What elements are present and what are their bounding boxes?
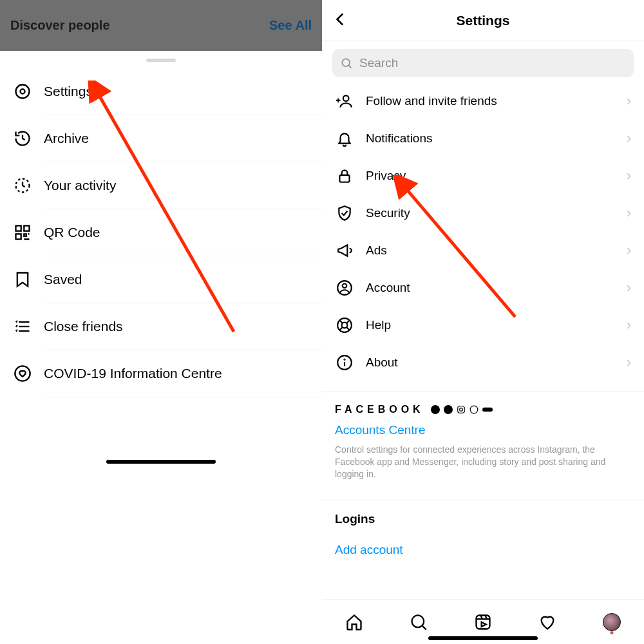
nav-reels[interactable] <box>474 613 492 631</box>
svg-line-13 <box>348 65 351 68</box>
help-icon <box>335 316 354 335</box>
page-title: Settings <box>352 13 614 28</box>
menu-item-covid[interactable]: COVID-19 Information Centre <box>0 350 322 397</box>
megaphone-icon <box>335 241 354 260</box>
menu-item-settings[interactable]: Settings <box>0 68 322 115</box>
menu-label: Your activity <box>44 178 309 193</box>
svg-point-30 <box>444 405 453 414</box>
settings-header: Settings <box>322 0 644 41</box>
settings-label: Privacy <box>366 169 615 183</box>
search-icon <box>340 57 353 70</box>
svg-rect-34 <box>482 408 493 412</box>
bottom-sheet: Settings Archive Your activity QR Code <box>0 51 322 644</box>
chevron-right-icon: › <box>627 317 631 334</box>
chevron-right-icon: › <box>627 167 631 184</box>
back-button[interactable] <box>332 11 352 30</box>
svg-line-22 <box>339 320 342 323</box>
svg-point-28 <box>344 359 345 360</box>
menu-item-activity[interactable]: Your activity <box>0 162 322 209</box>
settings-item-security[interactable]: Security › <box>322 194 644 232</box>
menu-label: Saved <box>44 272 309 287</box>
settings-label: Security <box>366 206 615 220</box>
settings-label: Follow and invite friends <box>366 94 615 108</box>
chevron-right-icon: › <box>627 130 631 147</box>
settings-item-privacy[interactable]: Privacy › <box>322 157 644 194</box>
chevron-right-icon: › <box>627 354 631 371</box>
oculus-icon <box>482 405 493 414</box>
svg-line-25 <box>346 320 349 323</box>
search-input[interactable]: Search <box>332 49 634 77</box>
info-icon <box>335 353 354 372</box>
menu-label: QR Code <box>44 225 309 240</box>
add-friends-icon <box>335 91 354 111</box>
settings-item-help[interactable]: Help › <box>322 307 644 344</box>
see-all-link[interactable]: See All <box>269 18 312 33</box>
settings-label: Account <box>366 281 615 295</box>
menu-item-close-friends[interactable]: Close friends <box>0 303 322 350</box>
sheet-grabber[interactable] <box>146 59 176 62</box>
svg-point-0 <box>16 85 30 99</box>
nav-search[interactable] <box>410 613 428 631</box>
svg-rect-4 <box>24 226 29 231</box>
bookmark-icon <box>13 270 32 289</box>
facebook-text: FACEBOOK <box>335 404 424 415</box>
home-indicator[interactable] <box>106 460 216 464</box>
settings-label: Ads <box>366 243 615 258</box>
svg-marker-41 <box>482 622 486 627</box>
svg-rect-5 <box>16 234 21 239</box>
discover-title: Discover people <box>10 18 110 33</box>
discover-banner: Discover people See All <box>0 0 322 51</box>
messenger-icon <box>444 405 453 414</box>
svg-line-24 <box>339 327 342 330</box>
left-screen: Discover people See All Settings Archive… <box>0 0 322 644</box>
gear-icon <box>13 82 32 101</box>
lock-icon <box>335 166 354 185</box>
close-friends-icon <box>13 317 32 336</box>
settings-item-ads[interactable]: Ads › <box>322 232 644 269</box>
menu-item-qr[interactable]: QR Code <box>0 209 322 256</box>
svg-line-23 <box>346 327 349 330</box>
qr-icon <box>13 223 32 242</box>
svg-point-21 <box>342 323 348 328</box>
right-screen: Settings Search Follow and invite friend… <box>322 0 644 644</box>
svg-point-12 <box>342 59 350 66</box>
chevron-right-icon: › <box>627 205 631 222</box>
whatsapp-icon <box>469 405 478 414</box>
account-icon <box>335 278 354 298</box>
add-account-link[interactable]: Add account <box>322 531 644 564</box>
instagram-icon <box>457 405 466 414</box>
svg-rect-3 <box>16 226 21 231</box>
svg-point-14 <box>343 95 349 101</box>
nav-profile[interactable] <box>603 613 621 631</box>
home-indicator[interactable] <box>428 636 538 640</box>
svg-point-9 <box>15 366 30 381</box>
facebook-product-icons <box>431 405 493 414</box>
menu-item-archive[interactable]: Archive <box>0 115 322 162</box>
settings-item-follow[interactable]: Follow and invite friends › <box>322 82 644 120</box>
svg-rect-17 <box>339 175 349 182</box>
settings-item-about[interactable]: About › <box>322 344 644 381</box>
settings-label: Notifications <box>366 131 615 146</box>
chevron-right-icon: › <box>627 279 631 296</box>
facebook-icon <box>431 405 440 414</box>
svg-point-19 <box>343 284 347 289</box>
chevron-right-icon: › <box>627 93 631 109</box>
menu-item-saved[interactable]: Saved <box>0 256 322 303</box>
nav-activity[interactable] <box>538 613 556 631</box>
svg-rect-31 <box>457 406 464 413</box>
bell-icon <box>335 129 354 148</box>
settings-label: About <box>366 355 615 370</box>
menu-label: COVID-19 Information Centre <box>44 366 309 381</box>
settings-label: Help <box>366 318 615 332</box>
facebook-logotype: FACEBOOK <box>322 392 644 421</box>
menu-label: Settings <box>44 84 309 99</box>
svg-point-1 <box>21 90 25 94</box>
settings-item-notifications[interactable]: Notifications › <box>322 120 644 157</box>
nav-home[interactable] <box>345 613 363 631</box>
svg-point-32 <box>459 408 462 412</box>
shield-icon <box>335 204 354 223</box>
accounts-centre-link[interactable]: Accounts Centre <box>322 421 644 444</box>
archive-icon <box>13 129 32 148</box>
settings-item-account[interactable]: Account › <box>322 269 644 307</box>
menu-label: Archive <box>44 131 309 146</box>
